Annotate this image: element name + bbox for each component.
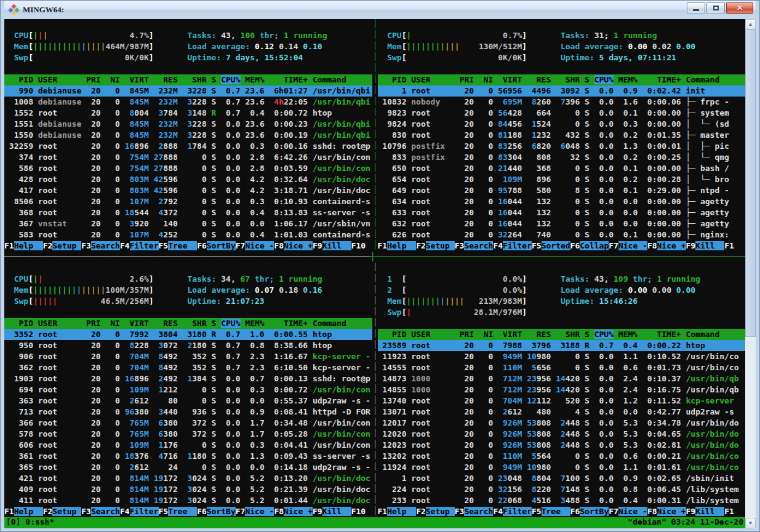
- fkey-label[interactable]: Setup: [426, 507, 455, 516]
- fkey-label[interactable]: Nice -: [618, 241, 647, 250]
- process-row[interactable]: 649 root 20 0 95788 580 8 S 0.0 0.1 0:29…: [378, 185, 746, 196]
- process-row[interactable]: 362 root 20 0 704M 8492 352 S 0.7 2.3 6:…: [4, 362, 372, 373]
- process-row[interactable]: 13740 root 20 0 704M 12112 520 S 0.0 1.2…: [378, 395, 746, 407]
- fkey-label[interactable]: Nice -: [245, 507, 274, 516]
- scrollbar-down-button[interactable]: ▼: [745, 518, 756, 528]
- function-key-bar[interactable]: F1Help F2Setup F3SearchF4FilterF5Tree F6…: [378, 506, 746, 517]
- table-header[interactable]: PID USER PRI NI VIRT RES SHR S CPU% MEM%…: [4, 74, 372, 85]
- fkey-number[interactable]: F3: [455, 241, 465, 250]
- fkey-number[interactable]: F6: [570, 241, 580, 250]
- process-row[interactable]: 583 root 20 0 107M 4252 0 S 0.0 0.4 1:01…: [4, 229, 372, 240]
- process-row[interactable]: 428 root 20 0 803M 42596 0 S 0.0 4.2 0:3…: [4, 174, 372, 185]
- process-row[interactable]: 9823 root 20 0 56428 664 0 S 0.0 0.1 0:0…: [378, 108, 746, 119]
- fkey-number[interactable]: F5: [532, 507, 542, 516]
- fkey-label[interactable]: SortBy: [580, 507, 609, 516]
- fkey-label[interactable]: Setup: [52, 507, 81, 516]
- process-row[interactable]: 626 root 20 0 32264 740 0 S 0.0 0.1 0:00…: [378, 229, 746, 240]
- fkey-label[interactable]: Nice +: [657, 507, 686, 516]
- process-row[interactable]: 586 root 20 0 754M 27888 0 S 0.0 2.8 0:0…: [4, 163, 372, 174]
- table-header[interactable]: PID USER PRI NI VIRT RES SHR S CPU% MEM%…: [378, 74, 746, 85]
- sort-column-cpu[interactable]: CPU%: [221, 319, 240, 328]
- fkey-number[interactable]: F1: [724, 507, 734, 516]
- process-row[interactable]: 363 root 20 0 2612 80 0 S 0.0 0.0 0:55.3…: [4, 395, 372, 407]
- fkey-number[interactable]: F9: [313, 507, 322, 516]
- process-row[interactable]: 12017 root 20 0 926M 53808 2448 S 0.0 5.…: [378, 418, 746, 429]
- process-row[interactable]: 633 root 20 0 16044 132 0 S 0.0 0.0 0:00…: [378, 207, 746, 218]
- process-row[interactable]: 1550 debianuse 20 0 845M 232M 3228 S 0.0…: [4, 130, 372, 141]
- fkey-number[interactable]: F1: [378, 507, 388, 516]
- table-header[interactable]: PID USER PRI NI VIRT RES SHR S CPU% MEM%…: [378, 329, 746, 340]
- process-row[interactable]: 10796 postfix 20 0 83256 6820 6048 S 0.0…: [378, 141, 746, 152]
- fkey-label[interactable]: Setup: [52, 241, 81, 250]
- fkey-number[interactable]: F5: [159, 241, 169, 250]
- process-row[interactable]: 32259 root 20 0 16896 2888 1784 S 0.0 0.…: [4, 141, 372, 152]
- scrollbar[interactable]: ▲ ▼: [745, 19, 756, 528]
- fkey-number[interactable]: F3: [81, 507, 91, 516]
- process-row[interactable]: 833 postfix 20 0 83304 808 32 S 0.0 0.2 …: [378, 152, 746, 163]
- process-row[interactable]: 11924 root 20 0 949M 10980 0 S 0.0 1.1 0…: [378, 462, 746, 473]
- fkey-number[interactable]: F2: [43, 507, 53, 516]
- process-row[interactable]: 14555 root 20 0 110M 5656 0 S 0.0 0.6 0:…: [378, 362, 746, 373]
- process-row[interactable]: 694 root 20 0 109M 1212 0 S 0.0 0.3 0:00…: [4, 384, 372, 395]
- maximize-button[interactable]: [706, 2, 725, 14]
- fkey-label[interactable]: Kill: [695, 241, 724, 250]
- process-row[interactable]: 713 root 20 0 96380 3440 936 S 0.0 0.9 0…: [4, 407, 372, 418]
- process-row[interactable]: 409 root 20 0 814M 19172 3024 S 0.0 5.2 …: [4, 484, 372, 495]
- fkey-label[interactable]: Search: [91, 507, 120, 516]
- process-row-selected[interactable]: 990 debianuse 20 0 845M 232M 3228 S 0.7 …: [4, 85, 372, 97]
- fkey-label[interactable]: Kill: [695, 507, 724, 516]
- fkey-label[interactable]: Filter: [130, 507, 159, 516]
- process-row[interactable]: 654 root 20 0 109M 896 0 S 0.0 0.2 0:00.…: [378, 174, 746, 185]
- process-row[interactable]: 12023 root 20 0 926M 53808 2448 S 0.0 5.…: [378, 440, 746, 451]
- fkey-label[interactable]: Search: [91, 241, 120, 250]
- fkey-label[interactable]: Help: [387, 241, 416, 250]
- fkey-label[interactable]: Help: [14, 507, 43, 516]
- fkey-label[interactable]: Nice +: [284, 507, 313, 516]
- fkey-number[interactable]: F1: [724, 241, 734, 250]
- process-row[interactable]: 11923 root 20 0 949M 10980 0 S 0.0 1.1 0…: [378, 351, 746, 362]
- fkey-number[interactable]: F1: [378, 241, 388, 250]
- fkey-label[interactable]: Search: [464, 241, 493, 250]
- title-bar[interactable]: MINGW64: ✕: [4, 1, 756, 19]
- process-row[interactable]: 374 root 20 0 754M 27888 0 S 0.0 2.8 6:4…: [4, 152, 372, 163]
- fkey-label[interactable]: SortBy: [207, 507, 236, 516]
- process-row[interactable]: 906 root 20 0 704M 8492 352 S 0.7 2.3 1:…: [4, 351, 372, 362]
- fkey-label[interactable]: Sorted: [542, 241, 570, 250]
- sort-column-cpu[interactable]: CPU%: [594, 75, 614, 84]
- scrollbar-up-button[interactable]: ▲: [745, 19, 756, 30]
- fkey-number[interactable]: F7: [236, 507, 246, 516]
- fkey-label[interactable]: Setup: [426, 241, 455, 250]
- process-row[interactable]: 10832 nobody 20 0 695M 8260 7396 S 0.0 1…: [378, 97, 746, 108]
- fkey-number[interactable]: F4: [120, 241, 130, 250]
- fkey-number[interactable]: F3: [81, 241, 91, 250]
- process-row-selected[interactable]: 23589 root 20 0 7988 3796 3188 R 0.7 0.4…: [378, 340, 746, 351]
- function-key-bar[interactable]: F1Help F2Setup F3SearchF4FilterF5Tree F6…: [4, 240, 372, 252]
- fkey-number[interactable]: F9: [686, 241, 696, 250]
- process-row-selected[interactable]: 3352 root 20 0 7992 3804 3180 R 0.7 1.0 …: [4, 329, 372, 340]
- process-row[interactable]: 830 root 20 0 81188 1232 432 S 0.0 0.2 0…: [378, 130, 746, 141]
- fkey-label[interactable]: Filter: [130, 241, 159, 250]
- fkey-number[interactable]: F4: [493, 507, 503, 516]
- pane-divider-vertical-top[interactable]: [372, 19, 378, 252]
- process-row[interactable]: 367 vnstat 20 0 3920 140 0 S 0.0 0.0 1:0…: [4, 218, 372, 229]
- function-key-bar[interactable]: F1Help F2Setup F3SearchF4FilterF5Tree F6…: [4, 506, 372, 517]
- fkey-label[interactable]: Nice +: [657, 241, 686, 250]
- fkey-label[interactable]: Collap: [580, 241, 609, 250]
- fkey-number[interactable]: F8: [647, 241, 657, 250]
- process-row[interactable]: 606 root 20 0 109M 1176 0 S 0.0 0.3 0:04…: [4, 440, 372, 451]
- process-row[interactable]: 13202 root 20 0 110M 5564 0 S 0.0 0.6 0:…: [378, 451, 746, 462]
- fkey-label[interactable]: Tree: [542, 507, 570, 516]
- fkey-label[interactable]: Nice +: [284, 241, 313, 250]
- process-row[interactable]: 8506 root 20 0 107M 2792 0 S 0.0 0.3 0:1…: [4, 196, 372, 207]
- process-row[interactable]: 411 root 20 0 814M 19172 3024 S 0.0 5.2 …: [4, 495, 372, 506]
- process-row[interactable]: 224 root 20 0 32156 8220 7148 S 0.0 0.8 …: [378, 484, 746, 495]
- fkey-number[interactable]: F4: [120, 507, 130, 516]
- fkey-number[interactable]: F10: [351, 507, 366, 516]
- process-row[interactable]: 13071 root 20 0 2612 480 4 S 0.0 0.0 0:4…: [378, 407, 746, 418]
- fkey-label[interactable]: Filter: [503, 507, 532, 516]
- process-row[interactable]: 1903 root 20 0 16896 2492 1384 S 0.0 0.7…: [4, 373, 372, 384]
- fkey-label[interactable]: Search: [464, 507, 493, 516]
- fkey-number[interactable]: F3: [455, 507, 465, 516]
- fkey-number[interactable]: F9: [313, 241, 322, 250]
- fkey-number[interactable]: F9: [686, 507, 696, 516]
